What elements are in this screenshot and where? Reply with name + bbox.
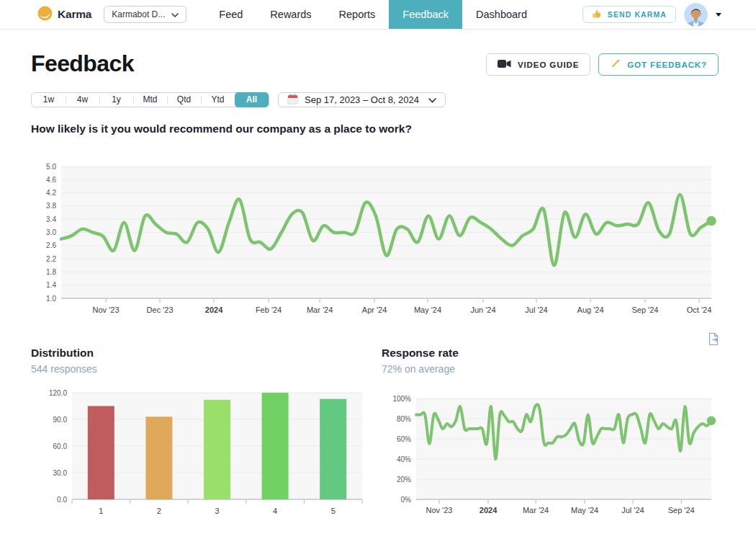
brand-link[interactable]: Karma — [37, 0, 91, 29]
distribution-subtitle: 544 responses — [31, 363, 97, 375]
svg-text:3.4: 3.4 — [46, 215, 56, 223]
svg-text:2.6: 2.6 — [46, 241, 56, 249]
calendar-icon — [287, 94, 298, 107]
svg-text:1.0: 1.0 — [46, 295, 56, 303]
nav-right: SEND KARMA — [582, 0, 721, 29]
svg-text:3.8: 3.8 — [46, 202, 56, 210]
time-range-segmented-control: 1w 4w 1y Mtd Qtd Ytd All — [31, 92, 269, 107]
svg-text:4.6: 4.6 — [46, 176, 56, 184]
svg-text:Nov '23: Nov '23 — [93, 306, 120, 314]
got-feedback-label: GOT FEEDBACK? — [627, 61, 707, 69]
svg-text:May '24: May '24 — [414, 306, 441, 314]
svg-text:1.8: 1.8 — [46, 268, 56, 276]
range-all[interactable]: All — [235, 92, 269, 107]
svg-text:Jul '24: Jul '24 — [621, 506, 644, 514]
svg-text:5: 5 — [331, 507, 336, 515]
svg-text:0.0: 0.0 — [57, 496, 67, 504]
response-rate-title: Response rate — [382, 347, 459, 360]
range-ytd[interactable]: Ytd — [201, 93, 235, 107]
svg-text:5.0: 5.0 — [46, 163, 56, 171]
workspace-selector[interactable]: Karmabot D... — [104, 6, 186, 23]
page: Karma Karmabot D... Feed Rewards Reports… — [0, 0, 756, 539]
thumbs-up-icon — [592, 9, 602, 20]
svg-text:Jun '24: Jun '24 — [470, 306, 495, 314]
svg-text:Aug '24: Aug '24 — [577, 306, 604, 314]
svg-text:Oct '24: Oct '24 — [687, 306, 712, 314]
chevron-down-icon — [171, 9, 179, 19]
range-mtd[interactable]: Mtd — [133, 93, 167, 107]
date-range-label: Sep 17, 2023 – Oct 8, 2024 — [305, 94, 419, 105]
svg-text:30.0: 30.0 — [53, 469, 68, 477]
pencil-icon — [610, 58, 621, 71]
svg-text:Feb '24: Feb '24 — [256, 306, 282, 314]
svg-text:60%: 60% — [397, 435, 411, 443]
video-guide-button[interactable]: VIDEO GUIDE — [486, 53, 590, 76]
svg-text:Mar '24: Mar '24 — [523, 506, 549, 514]
chevron-down-icon — [428, 94, 436, 105]
got-feedback-button[interactable]: GOT FEEDBACK? — [598, 53, 719, 76]
page-title: Feedback — [31, 50, 134, 77]
send-karma-label: SEND KARMA — [608, 10, 667, 19]
svg-text:80%: 80% — [397, 415, 411, 423]
svg-text:Dec '23: Dec '23 — [147, 306, 174, 314]
distribution-panel-header: Distribution 544 responses — [31, 347, 97, 375]
rating-trend-chart: 1.01.41.82.22.63.03.43.84.24.65.0Nov '23… — [29, 160, 720, 320]
svg-text:2.2: 2.2 — [46, 255, 56, 263]
svg-text:Mar '24: Mar '24 — [307, 306, 333, 314]
workspace-selector-label: Karmabot D... — [112, 9, 165, 19]
svg-text:0%: 0% — [401, 496, 412, 504]
svg-text:2024: 2024 — [480, 506, 498, 514]
svg-text:90.0: 90.0 — [53, 416, 68, 424]
svg-text:May '24: May '24 — [571, 506, 598, 514]
svg-text:1.4: 1.4 — [46, 281, 56, 289]
svg-text:Jul '24: Jul '24 — [525, 306, 547, 314]
svg-text:1: 1 — [99, 507, 103, 515]
brand-name: Karma — [58, 8, 91, 21]
nav-item-feedback[interactable]: Feedback — [389, 0, 462, 29]
date-range-picker[interactable]: Sep 17, 2023 – Oct 8, 2024 — [278, 92, 446, 107]
distribution-title: Distribution — [31, 347, 97, 360]
header-buttons: VIDEO GUIDE GOT FEEDBACK? — [486, 53, 719, 76]
nav-item-rewards[interactable]: Rewards — [256, 0, 325, 29]
svg-text:Nov '23: Nov '23 — [426, 506, 453, 514]
range-1y[interactable]: 1y — [99, 93, 133, 107]
nav-item-reports[interactable]: Reports — [325, 0, 390, 29]
send-karma-button[interactable]: SEND KARMA — [582, 6, 676, 23]
svg-text:Sep '24: Sep '24 — [668, 506, 695, 514]
filter-row: 1w 4w 1y Mtd Qtd Ytd All Sep 17, 2023 – … — [31, 92, 446, 107]
top-navbar: Karma Karmabot D... Feed Rewards Reports… — [0, 0, 756, 30]
response-rate-subtitle: 72% on average — [382, 363, 459, 375]
response-rate-panel-header: Response rate 72% on average — [382, 347, 459, 375]
svg-text:Sep '24: Sep '24 — [631, 306, 658, 314]
svg-text:4.2: 4.2 — [46, 189, 56, 197]
svg-text:3: 3 — [215, 507, 219, 515]
nav-links: Feed Rewards Reports Feedback Dashboard — [205, 0, 541, 29]
avatar[interactable] — [684, 3, 708, 27]
range-4w[interactable]: 4w — [66, 93, 99, 107]
svg-text:20%: 20% — [397, 476, 411, 484]
svg-text:4: 4 — [273, 507, 277, 515]
svg-text:3.0: 3.0 — [46, 228, 56, 236]
nav-item-feed[interactable]: Feed — [205, 0, 256, 29]
export-icon[interactable] — [707, 332, 720, 349]
svg-text:2: 2 — [157, 507, 161, 515]
svg-text:Apr '24: Apr '24 — [362, 306, 387, 314]
response-rate-chart: 0%20%40%60%80%100%Nov '232024Mar '24May … — [384, 392, 721, 522]
range-qtd[interactable]: Qtd — [167, 93, 201, 107]
svg-text:120.0: 120.0 — [49, 389, 67, 397]
video-camera-icon — [498, 59, 511, 70]
svg-text:60.0: 60.0 — [53, 442, 68, 450]
range-1w[interactable]: 1w — [32, 93, 66, 107]
video-guide-label: VIDEO GUIDE — [518, 61, 579, 69]
caret-down-icon[interactable] — [716, 13, 721, 17]
karma-logo-icon — [37, 6, 53, 24]
svg-text:2024: 2024 — [205, 306, 223, 314]
nav-item-dashboard[interactable]: Dashboard — [462, 0, 541, 29]
svg-text:100%: 100% — [392, 395, 411, 403]
distribution-chart: 0.030.060.090.0120.012345 — [40, 386, 372, 522]
survey-question: How likely is it you would recommend our… — [31, 122, 412, 135]
svg-text:40%: 40% — [397, 455, 411, 463]
